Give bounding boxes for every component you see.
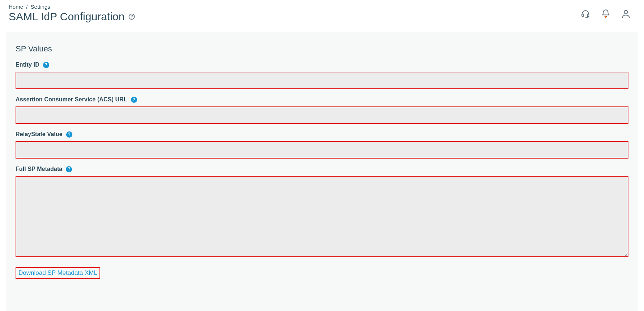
breadcrumb: Home / Settings xyxy=(9,4,135,10)
field-acs-url: Assertion Consumer Service (ACS) URL ? xyxy=(16,96,628,124)
page-title: SAML IdP Configuration xyxy=(9,10,135,23)
page-header: Home / Settings SAML IdP Configuration xyxy=(0,0,644,28)
breadcrumb-settings[interactable]: Settings xyxy=(31,4,50,10)
acs-url-help-icon[interactable]: ? xyxy=(131,97,137,103)
entity-id-help-icon[interactable]: ? xyxy=(43,62,49,68)
relay-state-input[interactable] xyxy=(16,141,628,159)
page-title-text: SAML IdP Configuration xyxy=(9,10,124,23)
headset-icon[interactable] xyxy=(580,9,590,19)
header-left: Home / Settings SAML IdP Configuration xyxy=(9,4,135,23)
acs-url-input[interactable] xyxy=(16,106,628,124)
bell-icon[interactable] xyxy=(601,9,611,19)
breadcrumb-separator: / xyxy=(26,4,27,10)
breadcrumb-home[interactable]: Home xyxy=(9,4,23,10)
field-relay-state: RelayState Value ? xyxy=(16,131,628,159)
notification-dot xyxy=(605,16,607,18)
full-sp-metadata-textarea[interactable] xyxy=(16,176,628,257)
sp-values-card: SP Values Entity ID ? Assertion Consumer… xyxy=(6,33,638,311)
field-full-sp-metadata: Full SP Metadata ? xyxy=(16,166,628,259)
user-icon[interactable] xyxy=(621,9,631,19)
header-right xyxy=(580,4,635,19)
svg-point-1 xyxy=(132,18,132,18)
field-entity-id: Entity ID ? xyxy=(16,62,628,89)
acs-url-label: Assertion Consumer Service (ACS) URL xyxy=(16,96,127,103)
full-sp-metadata-label: Full SP Metadata xyxy=(16,166,62,172)
entity-id-input[interactable] xyxy=(16,72,628,89)
svg-rect-3 xyxy=(587,14,589,17)
page-help-icon[interactable] xyxy=(128,13,135,20)
full-sp-metadata-help-icon[interactable]: ? xyxy=(66,166,72,172)
svg-rect-2 xyxy=(582,14,583,17)
relay-state-help-icon[interactable]: ? xyxy=(66,131,72,138)
entity-id-label: Entity ID xyxy=(16,62,39,68)
relay-state-label: RelayState Value xyxy=(16,131,63,138)
svg-point-4 xyxy=(624,10,627,14)
content: SP Values Entity ID ? Assertion Consumer… xyxy=(0,28,644,311)
download-sp-metadata-link[interactable]: Download SP Metadata XML xyxy=(16,267,100,279)
section-title: SP Values xyxy=(16,44,628,54)
